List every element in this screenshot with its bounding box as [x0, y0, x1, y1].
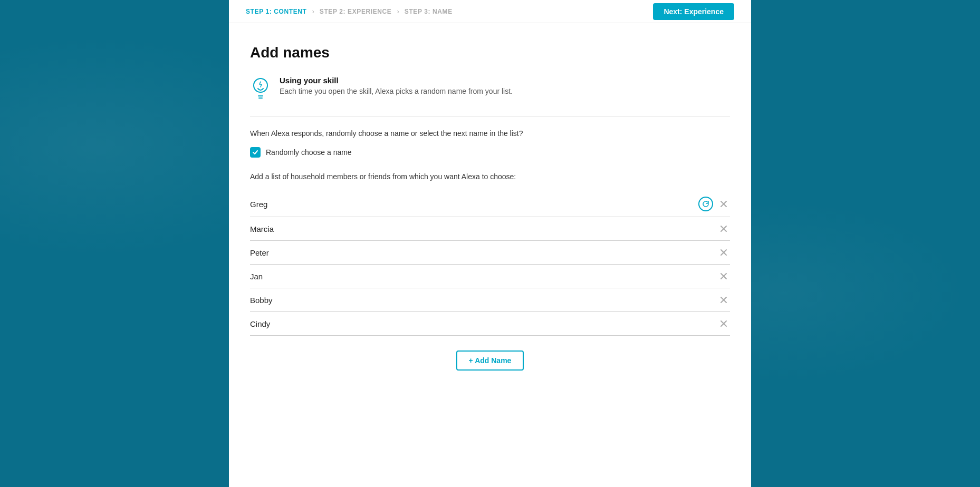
row-actions-peter	[717, 246, 730, 259]
name-row	[250, 217, 730, 241]
info-text-block: Using your skill Each time you open the …	[280, 76, 513, 95]
row-actions-greg	[698, 197, 730, 211]
skill-icon	[250, 76, 271, 101]
step-2-label: STEP 2: EXPERIENCE	[320, 8, 392, 15]
checkbox-label: Randomly choose a name	[266, 148, 352, 157]
question-text: When Alexa responds, randomly choose a n…	[250, 129, 730, 138]
right-bg	[751, 0, 980, 487]
name-row	[250, 288, 730, 312]
name-row	[250, 265, 730, 288]
row-actions-jan	[717, 270, 730, 283]
row-actions-bobby	[717, 294, 730, 306]
name-input-marcia[interactable]	[250, 223, 717, 235]
remove-button-peter[interactable]	[717, 246, 730, 259]
name-row	[250, 241, 730, 265]
name-list	[250, 191, 730, 336]
add-name-button[interactable]: + Add Name	[456, 350, 524, 371]
main-panel: STEP 1: CONTENT › STEP 2: EXPERIENCE › S…	[229, 0, 751, 487]
content-area: Add names Using your skill Each time you	[229, 23, 751, 487]
remove-button-cindy[interactable]	[717, 317, 730, 330]
checkbox-row[interactable]: Randomly choose a name	[250, 147, 730, 158]
chevron-1-icon: ›	[312, 7, 314, 15]
info-box: Using your skill Each time you open the …	[250, 76, 730, 101]
remove-button-jan[interactable]	[717, 270, 730, 283]
row-actions-marcia	[717, 222, 730, 235]
name-row	[250, 312, 730, 336]
row-actions-cindy	[717, 317, 730, 330]
step-nav: STEP 1: CONTENT › STEP 2: EXPERIENCE › S…	[246, 7, 453, 15]
chevron-2-icon: ›	[397, 7, 399, 15]
info-title: Using your skill	[280, 76, 513, 85]
step-1-label: STEP 1: CONTENT	[246, 8, 306, 15]
page-wrapper: STEP 1: CONTENT › STEP 2: EXPERIENCE › S…	[0, 0, 980, 487]
remove-button-marcia[interactable]	[717, 222, 730, 235]
randomly-choose-checkbox[interactable]	[250, 147, 261, 158]
info-desc: Each time you open the skill, Alexa pick…	[280, 87, 513, 95]
name-input-greg[interactable]	[250, 199, 698, 210]
divider	[250, 116, 730, 116]
step-header: STEP 1: CONTENT › STEP 2: EXPERIENCE › S…	[229, 0, 751, 23]
step-3-label: STEP 3: NAME	[405, 8, 453, 15]
name-input-cindy[interactable]	[250, 318, 717, 329]
name-row	[250, 191, 730, 217]
name-input-bobby[interactable]	[250, 295, 717, 306]
name-input-jan[interactable]	[250, 271, 717, 282]
name-input-peter[interactable]	[250, 247, 717, 258]
page-title: Add names	[250, 44, 730, 61]
left-bg	[0, 0, 229, 487]
remove-button-greg[interactable]	[717, 198, 730, 210]
next-button[interactable]: Next: Experience	[653, 3, 734, 20]
list-prompt: Add a list of household members or frien…	[250, 172, 730, 181]
add-name-wrapper: + Add Name	[250, 350, 730, 371]
remove-button-bobby[interactable]	[717, 294, 730, 306]
refresh-button-greg[interactable]	[698, 197, 713, 211]
